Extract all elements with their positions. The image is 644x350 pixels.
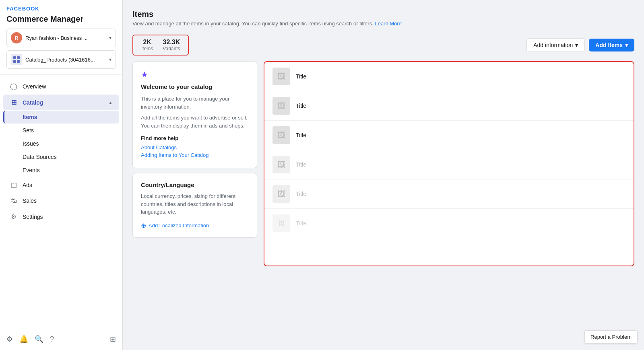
- item-thumbnail: 🖼: [272, 214, 290, 232]
- page-title: Items: [132, 10, 634, 19]
- data-sources-label: Data Sources: [23, 154, 57, 160]
- table-row: 🖼 Title: [264, 209, 634, 238]
- item-title: Title: [296, 161, 306, 168]
- variants-count: 32.3K: [163, 39, 180, 46]
- image-placeholder-icon: 🖼: [277, 72, 285, 81]
- welcome-card: ★ Welcome to your catalog This is a plac…: [132, 61, 257, 168]
- main-inner: Items View and manage all the items in y…: [123, 0, 644, 350]
- sidebar-nav: ◯ Overview ⊞ Catalog ▲ Items Sets Issues…: [0, 75, 122, 328]
- sidebar-item-label: Ads: [23, 182, 113, 188]
- avatar: R: [11, 32, 22, 43]
- items-stat: 2K Items: [141, 39, 153, 51]
- sidebar-item-overview[interactable]: ◯ Overview: [3, 78, 119, 94]
- page-header: Items View and manage all the items in y…: [132, 10, 634, 27]
- sidebar-item-catalog[interactable]: ⊞ Catalog ▲: [3, 95, 119, 110]
- plus-circle-icon: ⊕: [141, 222, 146, 229]
- grid-icon: [13, 56, 20, 63]
- sidebar-item-events[interactable]: Events: [3, 164, 119, 177]
- table-row: 🖼 Title: [264, 121, 634, 150]
- image-placeholder-icon: 🖼: [279, 220, 284, 226]
- sidebar-bottom: ⚙ 🔔 🔍 ? ⊞: [0, 328, 122, 350]
- item-thumbnail: 🖼: [272, 68, 290, 85]
- about-catalogs-link[interactable]: About Catalogs: [141, 144, 249, 150]
- item-title: Title: [296, 73, 306, 80]
- sidebar-item-ads[interactable]: ◫ Ads: [3, 177, 119, 193]
- image-placeholder-icon: 🖼: [277, 131, 285, 140]
- table-row: 🖼 Title: [264, 62, 634, 91]
- adding-items-link[interactable]: Adding Items to Your Catalog: [141, 152, 249, 158]
- add-information-button[interactable]: Add information ▾: [526, 38, 585, 52]
- item-thumbnail: 🖼: [272, 156, 290, 173]
- sidebar: FACEBOOK Commerce Manager R Ryan fashion…: [0, 0, 123, 350]
- add-items-button[interactable]: Add Items ▾: [589, 39, 634, 51]
- facebook-logo: FACEBOOK: [6, 6, 116, 12]
- help-icon[interactable]: ?: [50, 335, 54, 344]
- add-localized-button[interactable]: ⊕ Add Localized Information: [141, 222, 249, 229]
- country-card: Country/Language Local currency, prices,…: [132, 173, 257, 238]
- sidebar-item-label: Sales: [23, 198, 113, 204]
- report-problem-button[interactable]: Report a Problem: [584, 330, 638, 344]
- country-text: Local currency, prices, sizing for diffe…: [141, 192, 249, 216]
- help-title: Find more help: [141, 135, 249, 141]
- page-description: View and manage all the items in your ca…: [132, 21, 634, 27]
- chevron-up-icon: ▲: [108, 100, 113, 105]
- add-localized-label: Add Localized Information: [149, 222, 209, 229]
- learn-more-link[interactable]: Learn More: [375, 21, 401, 27]
- variants-stat: 32.3K Variants: [163, 39, 180, 51]
- sidebar-item-label: Overview: [23, 83, 113, 90]
- content-area: ★ Welcome to your catalog This is a plac…: [132, 61, 634, 266]
- item-thumbnail: 🖼: [272, 185, 290, 203]
- overview-icon: ◯: [10, 82, 18, 90]
- catalog-selector[interactable]: Catalog_Products (3041616... ▾: [6, 50, 116, 69]
- account-name: Ryan fashion - Business ...: [25, 35, 106, 41]
- sales-icon: 🛍: [10, 197, 18, 204]
- table-row: 🖼 Title: [264, 179, 634, 209]
- item-title: Title: [296, 191, 306, 197]
- sidebar-item-settings[interactable]: ⚙ Settings: [3, 209, 119, 224]
- issues-label: Issues: [23, 140, 39, 147]
- item-thumbnail: 🖼: [272, 97, 290, 115]
- grid-icon[interactable]: ⊞: [110, 335, 116, 344]
- action-buttons: Add information ▾ Add Items ▾: [526, 38, 634, 52]
- sidebar-item-issues[interactable]: Issues: [3, 137, 119, 150]
- catalog-name: Catalog_Products (3041616...: [25, 57, 106, 63]
- image-placeholder-icon: 🖼: [277, 160, 285, 169]
- table-row: 🖼 Title: [264, 150, 634, 179]
- items-label: Items: [141, 46, 153, 51]
- catalog-grid-icon: ⊞: [10, 99, 18, 106]
- gear-icon[interactable]: ⚙: [6, 335, 13, 344]
- star-icon: ★: [141, 70, 249, 79]
- events-label: Events: [23, 167, 40, 173]
- main-content: Items View and manage all the items in y…: [123, 0, 644, 350]
- sidebar-item-label: Settings: [23, 214, 113, 220]
- add-items-label: Add Items: [595, 42, 623, 48]
- left-panel: ★ Welcome to your catalog This is a plac…: [132, 61, 257, 266]
- variants-label: Variants: [163, 46, 180, 51]
- item-thumbnail: 🖼: [272, 126, 290, 144]
- chevron-down-icon: ▾: [575, 42, 578, 48]
- welcome-text-1: This is a place for you to manage your i…: [141, 95, 249, 111]
- ads-icon: ◫: [10, 181, 18, 189]
- image-placeholder-icon: 🖼: [277, 101, 285, 111]
- add-information-label: Add information: [533, 42, 573, 48]
- image-placeholder-icon: 🖼: [277, 189, 285, 199]
- app-title: Commerce Manager: [6, 14, 116, 24]
- stats-bar: 2K Items 32.3K Variants Add information …: [132, 35, 634, 56]
- facebook-logo-text: FACEBOOK: [6, 6, 39, 12]
- sidebar-item-items[interactable]: Items: [3, 111, 119, 124]
- table-row: 🖼 Title: [264, 91, 634, 121]
- account-selector[interactable]: R Ryan fashion - Business ... ▾: [6, 29, 116, 47]
- chevron-down-icon: ▾: [625, 42, 628, 48]
- stats-box: 2K Items 32.3K Variants: [132, 35, 189, 56]
- sidebar-item-sales[interactable]: 🛍 Sales: [3, 193, 119, 208]
- sidebar-item-sets[interactable]: Sets: [3, 124, 119, 137]
- chevron-down-icon: ▾: [109, 57, 111, 62]
- item-title: Title: [296, 103, 306, 109]
- sidebar-item-data-sources[interactable]: Data Sources: [3, 150, 119, 163]
- chevron-down-icon: ▾: [109, 35, 111, 41]
- items-list-container: 🖼 Title 🖼 Title 🖼 Titl: [264, 61, 634, 266]
- bell-icon[interactable]: 🔔: [19, 335, 28, 344]
- search-icon[interactable]: 🔍: [35, 335, 43, 344]
- sidebar-header: FACEBOOK Commerce Manager R Ryan fashion…: [0, 0, 122, 75]
- catalog-sub-nav: Items Sets Issues Data Sources Events: [0, 111, 122, 177]
